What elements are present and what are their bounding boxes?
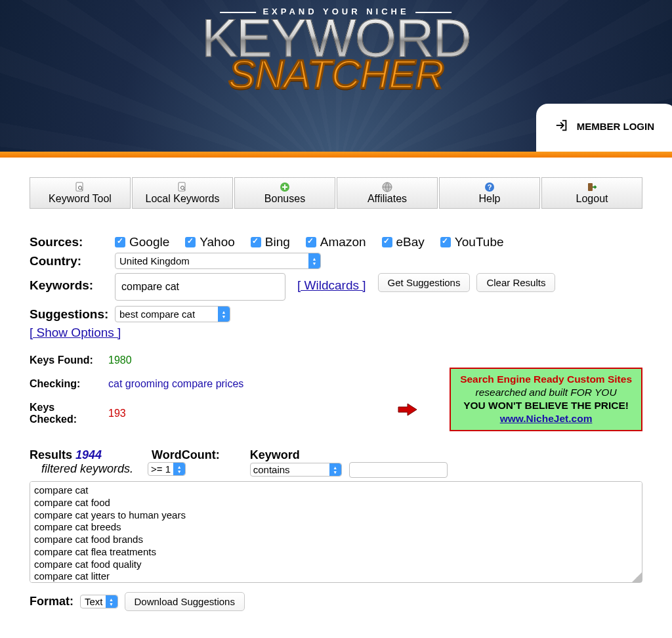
- sources-label: Sources:: [30, 235, 115, 249]
- page-header: EXPAND YOUR NICHE KEYWORD SNATCHER MEMBE…: [0, 0, 672, 152]
- logout-icon: [587, 182, 597, 192]
- member-login-label: MEMBER LOGIN: [577, 121, 654, 132]
- member-login-tab[interactable]: MEMBER LOGIN: [536, 104, 672, 152]
- results-textarea[interactable]: [30, 481, 642, 583]
- login-icon: [555, 118, 569, 135]
- chevron-updown-icon: ▲▼: [329, 463, 341, 476]
- keywords-label: Keywords:: [30, 278, 115, 293]
- format-row: Format: Text ▲▼ Download Suggestions: [30, 592, 642, 611]
- country-row: Country: United Kingdom ▲▼: [30, 253, 642, 269]
- suggestions-value: best compare cat: [119, 308, 195, 320]
- country-select[interactable]: United Kingdom ▲▼: [115, 253, 321, 269]
- nav-help[interactable]: ? Help: [439, 177, 540, 209]
- nav-keyword-tool[interactable]: Keyword Tool: [30, 177, 131, 209]
- promo-line3: YOU WON'T BELIEVE THE PRICE!: [460, 399, 632, 412]
- checking-value: cat grooming compare prices: [108, 378, 243, 390]
- keys-checked-label: KeysChecked:: [30, 402, 108, 425]
- sources-row: Sources: Google Yahoo Bing Amazon eBay Y…: [30, 235, 642, 249]
- source-youtube-checkbox[interactable]: YouTube: [440, 235, 504, 249]
- chevron-updown-icon: ▲▼: [218, 307, 230, 322]
- chevron-updown-icon: ▲▼: [106, 595, 117, 608]
- globe-icon: [382, 182, 392, 192]
- nav-label: Affiliates: [368, 193, 407, 204]
- format-select[interactable]: Text ▲▼: [80, 595, 118, 608]
- keys-checked-value: 193: [108, 408, 126, 419]
- main-nav: Keyword Tool Local Keywords Bonuses Affi…: [30, 177, 642, 209]
- suggestions-row: Suggestions: best compare cat ▲▼: [30, 306, 642, 322]
- source-ebay-checkbox[interactable]: eBay: [382, 235, 425, 249]
- source-amazon-checkbox[interactable]: Amazon: [306, 235, 366, 249]
- suggestions-label: Suggestions:: [30, 307, 115, 322]
- nav-label: Help: [479, 193, 501, 204]
- source-yahoo-checkbox[interactable]: Yahoo: [185, 235, 235, 249]
- help-icon: ?: [484, 182, 495, 192]
- filtered-label: filtered keywords.: [41, 462, 133, 475]
- wildcards-link[interactable]: [ Wildcards ]: [297, 278, 366, 293]
- keys-found-label: Keys Found:: [30, 354, 108, 366]
- keywords-input[interactable]: [115, 273, 285, 301]
- search-doc-icon: [177, 182, 188, 192]
- keyword-filter-label: Keyword: [250, 448, 300, 461]
- nav-local-keywords[interactable]: Local Keywords: [132, 177, 233, 209]
- arrow-right-icon: [397, 402, 418, 417]
- results-count: 1944: [75, 448, 102, 461]
- show-options-link[interactable]: [ Show Options ]: [30, 326, 121, 339]
- download-suggestions-button[interactable]: Download Suggestions: [125, 592, 245, 611]
- checking-label: Checking:: [30, 378, 108, 390]
- promo-box[interactable]: Search Engine Ready Custom Sites researc…: [450, 368, 642, 431]
- status-block: Keys Found: 1980 Checking: cat grooming …: [30, 354, 642, 436]
- nav-label: Bonuses: [264, 193, 305, 204]
- clear-results-button[interactable]: Clear Results: [476, 273, 555, 292]
- chevron-updown-icon: ▲▼: [308, 253, 320, 268]
- nav-bonuses[interactable]: Bonuses: [234, 177, 335, 209]
- keyword-filter-input[interactable]: [349, 462, 448, 478]
- wordcount-label: WordCount:: [152, 448, 220, 461]
- results-header: Results 1944 filtered keywords. WordCoun…: [30, 448, 642, 478]
- svg-rect-10: [588, 183, 593, 191]
- source-bing-checkbox[interactable]: Bing: [251, 235, 290, 249]
- svg-text:?: ?: [488, 183, 492, 191]
- wordcount-select[interactable]: >= 1 ▲▼: [148, 462, 186, 476]
- nav-label: Keyword Tool: [49, 193, 112, 204]
- promo-link[interactable]: www.NicheJet.com: [500, 413, 593, 424]
- country-label: Country:: [30, 254, 115, 268]
- keyword-filter-mode-select[interactable]: contains ▲▼: [250, 463, 342, 477]
- results-label: Results: [30, 448, 72, 461]
- promo-line2: researched and built FOR YOU: [460, 386, 632, 399]
- logo: EXPAND YOUR NICHE KEYWORD SNATCHER: [201, 7, 471, 91]
- nav-label: Logout: [576, 193, 608, 204]
- keywords-row: Keywords: [ Wildcards ] Get Suggestions …: [30, 273, 642, 301]
- main-panel: Sources: Google Yahoo Bing Amazon eBay Y…: [30, 235, 642, 611]
- source-google-checkbox[interactable]: Google: [115, 235, 169, 249]
- status-table: Keys Found: 1980 Checking: cat grooming …: [30, 354, 243, 436]
- nav-affiliates[interactable]: Affiliates: [337, 177, 438, 209]
- format-label: Format:: [30, 595, 74, 608]
- plus-circle-icon: [280, 182, 290, 192]
- country-value: United Kingdom: [119, 255, 190, 266]
- nav-label: Local Keywords: [146, 193, 220, 204]
- keys-found-value: 1980: [108, 354, 132, 366]
- search-doc-icon: [75, 182, 85, 192]
- promo-line1: Search Engine Ready Custom Sites: [460, 373, 632, 386]
- suggestions-select[interactable]: best compare cat ▲▼: [115, 306, 230, 322]
- chevron-updown-icon: ▲▼: [173, 463, 185, 475]
- logo-title-keyword: KEYWORD: [201, 14, 471, 62]
- get-suggestions-button[interactable]: Get Suggestions: [378, 273, 471, 292]
- orange-divider: [0, 152, 672, 158]
- nav-logout[interactable]: Logout: [541, 177, 642, 209]
